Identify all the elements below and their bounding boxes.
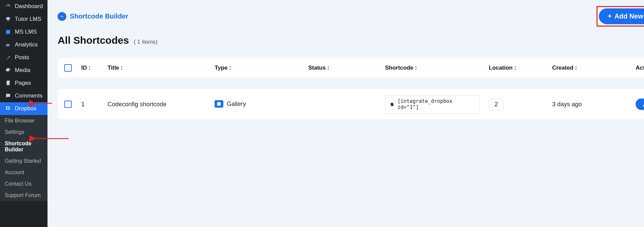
row-created: 3 days ago <box>552 101 626 108</box>
col-actions: Actions : <box>636 65 644 71</box>
code-icon <box>58 12 66 21</box>
row-checkbox[interactable] <box>64 101 72 108</box>
col-status: Status : <box>308 65 376 71</box>
pages-icon <box>5 80 11 86</box>
svg-rect-0 <box>6 30 10 34</box>
admin-sidebar: Dashboard Tutor LMS MS LMS Analytics Pos… <box>0 0 47 227</box>
main-content: Shortcode Builder + Add New Shortcode Al… <box>47 0 644 227</box>
col-title: Title : <box>107 65 205 71</box>
col-location: Location : <box>489 65 543 71</box>
submenu-file-browser[interactable]: File Browser <box>0 115 47 126</box>
sidebar-item-label: Posts <box>15 54 29 61</box>
table-row: 1 Codeconfig shortcode Gallery [integrat… <box>58 89 644 119</box>
item-count: ( 1 items) <box>134 39 158 45</box>
add-button-label: Add New Shortcode <box>614 12 644 20</box>
pin-icon <box>5 54 11 61</box>
table-header-panel: ID : Title : Type : Status : Shortcode :… <box>58 58 644 78</box>
sidebar-item-ms-lms[interactable]: MS LMS <box>0 26 47 38</box>
svg-point-3 <box>218 103 219 103</box>
col-created: Created : <box>552 65 626 71</box>
sidebar-item-media[interactable]: Media <box>0 64 47 77</box>
breadcrumb-title: Shortcode Builder <box>70 12 128 20</box>
sidebar-item-label: Media <box>15 67 30 74</box>
col-shortcode: Shortcode : <box>385 65 479 71</box>
gauge-icon <box>5 3 11 10</box>
submenu-settings[interactable]: Settings <box>0 126 47 138</box>
edit-icon <box>642 102 644 107</box>
comment-icon <box>5 92 11 99</box>
submenu-getting-started[interactable]: Getting Started <box>0 155 47 167</box>
row-id: 1 <box>81 101 98 108</box>
col-id: ID : <box>81 65 98 71</box>
submenu-account[interactable]: Account <box>0 167 47 178</box>
sidebar-item-tutor-lms[interactable]: Tutor LMS <box>0 13 47 26</box>
sidebar-item-dashboard[interactable]: Dashboard <box>0 0 47 13</box>
breadcrumb[interactable]: Shortcode Builder <box>58 12 128 21</box>
dropbox-submenu: File Browser Settings Shortcode Builder … <box>0 115 47 201</box>
sidebar-item-label: Tutor LMS <box>15 16 41 23</box>
submenu-contact-us[interactable]: Contact Us <box>0 178 47 190</box>
sidebar-item-label: Analytics <box>15 41 38 48</box>
sidebar-item-label: Comments <box>15 92 42 99</box>
sidebar-item-posts[interactable]: Posts <box>0 51 47 64</box>
shortcode-chip[interactable]: [integrate_dropbox id="1"] <box>385 95 479 113</box>
submenu-shortcode-builder[interactable]: Shortcode Builder <box>0 138 47 155</box>
square-icon <box>5 29 11 35</box>
select-all-checkbox[interactable] <box>64 64 72 72</box>
copy-icon <box>389 102 395 107</box>
row-location[interactable]: 2 <box>489 98 504 111</box>
chart-icon <box>5 41 11 48</box>
image-icon <box>215 100 223 108</box>
sidebar-item-label: MS LMS <box>15 29 37 35</box>
col-type: Type : <box>215 65 299 71</box>
page-title: All Shortcodes <box>58 35 129 46</box>
row-title: Codeconfig shortcode <box>107 101 205 108</box>
dropbox-icon <box>5 105 11 112</box>
sidebar-item-label: Dashboard <box>15 3 43 10</box>
plus-icon: + <box>608 12 612 20</box>
sidebar-item-label: Dropbox <box>15 105 36 112</box>
sidebar-item-pages[interactable]: Pages <box>0 77 47 89</box>
annotation-highlight: + Add New Shortcode <box>597 6 644 27</box>
submenu-support-forum[interactable]: Support Forum <box>0 190 47 201</box>
media-icon <box>5 67 11 74</box>
sidebar-item-dropbox[interactable]: Dropbox <box>0 102 47 115</box>
add-new-shortcode-button[interactable]: + Add New Shortcode <box>599 8 644 24</box>
sidebar-item-comments[interactable]: Comments <box>0 89 47 102</box>
cap-icon <box>5 16 11 23</box>
sidebar-item-label: Pages <box>15 80 31 86</box>
edit-button[interactable]: Edit <box>636 99 644 110</box>
row-shortcode: [integrate_dropbox id="1"] <box>397 98 475 110</box>
sidebar-item-analytics[interactable]: Analytics <box>0 38 47 51</box>
row-type: Gallery <box>227 101 246 108</box>
